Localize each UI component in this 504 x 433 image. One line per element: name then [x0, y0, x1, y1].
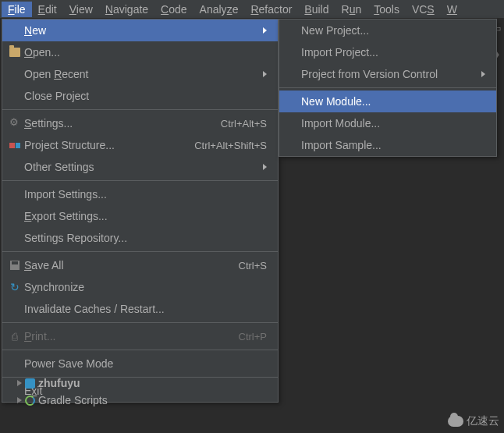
menu-open-recent[interactable]: Open Recent	[2, 63, 278, 85]
submenu-arrow-icon	[263, 27, 267, 34]
menu-import-settings[interactable]: Import Settings...	[2, 183, 278, 205]
tree-node-gradle[interactable]: Gradle Scripts	[17, 392, 108, 409]
menu-import-sample[interactable]: Import Sample...	[279, 134, 496, 156]
menu-separator	[2, 322, 278, 323]
menu-import-project[interactable]: Import Project...	[279, 41, 496, 63]
menu-code[interactable]: Code	[154, 2, 193, 17]
menu-separator	[2, 109, 278, 110]
expand-arrow-icon[interactable]	[17, 380, 22, 386]
sync-icon: ↻	[7, 280, 23, 294]
expand-arrow-icon[interactable]	[17, 397, 22, 403]
menu-import-module[interactable]: Import Module...	[279, 112, 496, 134]
watermark: 亿速云	[448, 414, 499, 428]
menu-power-save[interactable]: Power Save Mode	[2, 353, 278, 374]
submenu-arrow-icon	[481, 71, 485, 77]
menu-new-module[interactable]: New Module...	[279, 91, 496, 112]
menu-separator	[2, 180, 278, 181]
menu-separator	[2, 251, 278, 252]
menu-separator	[2, 350, 278, 350]
project-structure-icon	[7, 138, 23, 152]
menu-print[interactable]: ⎙ Print... Ctrl+P	[2, 325, 278, 347]
menu-invalidate-caches[interactable]: Invalidate Caches / Restart...	[2, 298, 278, 320]
menu-analyze[interactable]: Analyze	[193, 2, 245, 17]
save-icon	[7, 258, 23, 272]
gear-icon	[7, 116, 23, 130]
menu-separator	[279, 87, 496, 88]
tree-label: zhufuyu	[38, 377, 80, 389]
menu-tools[interactable]: Tools	[367, 2, 406, 17]
menu-settings[interactable]: Settings... Ctrl+Alt+S	[2, 112, 278, 134]
menu-vcs[interactable]: VCS	[406, 2, 441, 17]
menu-new-project[interactable]: New Project...	[279, 20, 496, 41]
menu-settings-repo[interactable]: Settings Repository...	[2, 227, 278, 249]
tree-label: Gradle Scripts	[38, 394, 108, 406]
menu-other-settings[interactable]: Other Settings	[2, 156, 278, 178]
menu-synchronize[interactable]: ↻ Synchronize	[2, 276, 278, 298]
watermark-text: 亿速云	[467, 414, 499, 428]
cloud-icon	[448, 416, 463, 427]
menu-build[interactable]: Build	[298, 2, 335, 17]
project-tree: zhufuyu Gradle Scripts	[17, 374, 108, 409]
menu-close-project[interactable]: Close Project	[2, 85, 278, 107]
print-icon: ⎙	[7, 329, 23, 343]
submenu-arrow-icon	[263, 71, 267, 77]
menu-view[interactable]: View	[63, 2, 99, 17]
menu-window[interactable]: W	[441, 2, 463, 17]
menu-open[interactable]: Open...	[2, 41, 278, 63]
gradle-icon	[25, 396, 35, 406]
tree-node-zhufuyu[interactable]: zhufuyu	[17, 374, 108, 392]
new-submenu: New Project... Import Project... Project…	[279, 19, 497, 157]
menu-file[interactable]: File	[2, 2, 32, 17]
menu-project-structure[interactable]: Project Structure... Ctrl+Alt+Shift+S	[2, 134, 278, 156]
menu-navigate[interactable]: Navigate	[99, 2, 154, 17]
module-icon	[25, 378, 35, 389]
folder-icon	[7, 45, 23, 59]
file-dropdown: New Open... Open Recent Close Project Se…	[2, 19, 279, 403]
menu-edit[interactable]: Edit	[32, 2, 63, 17]
menu-export-settings[interactable]: Export Settings...	[2, 205, 278, 227]
menu-refactor[interactable]: Refactor	[244, 2, 298, 17]
menu-run[interactable]: Run	[335, 2, 368, 17]
menu-project-from-vcs[interactable]: Project from Version Control	[279, 63, 496, 85]
menu-save-all[interactable]: Save All Ctrl+S	[2, 254, 278, 276]
submenu-arrow-icon	[263, 164, 267, 170]
menubar: File Edit View Navigate Code Analyze Ref…	[0, 0, 504, 19]
menu-new[interactable]: New	[2, 20, 278, 41]
